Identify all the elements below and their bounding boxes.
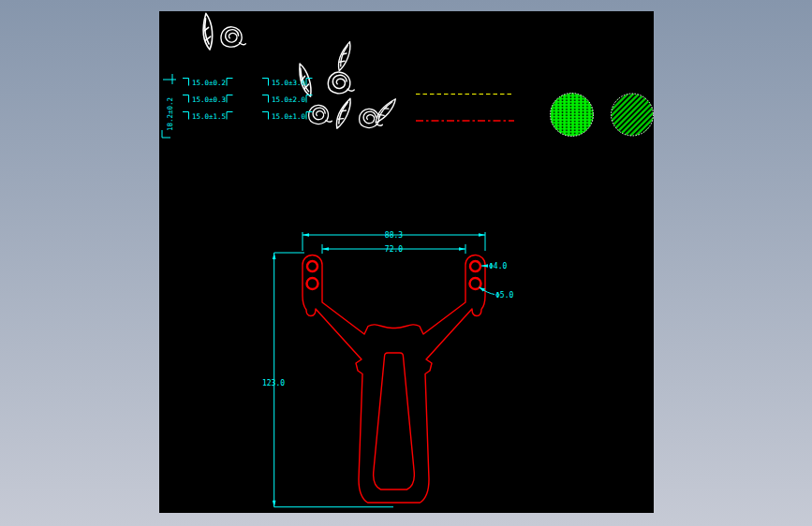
tolerance-vertical-label[interactable]: 18.2±0.2: [166, 97, 174, 131]
tolerance-entry[interactable]: 15.0±3.0: [272, 79, 306, 87]
cad-viewer-window: 18.2±0.2 15.0±0.2 15.0±3.0 15.0±0.3 15.0…: [0, 0, 812, 526]
hatch-sample-dotted-circle[interactable]: [551, 94, 594, 137]
dimension-value[interactable]: Φ5.0: [495, 291, 513, 300]
tolerance-entry[interactable]: 15.0±0.2: [192, 79, 226, 87]
dimension-value[interactable]: 88.3: [385, 231, 403, 240]
tolerance-entry[interactable]: 15.0±0.3: [192, 95, 226, 104]
tolerance-entry[interactable]: 15.0±1.5: [192, 112, 226, 121]
dimension-value[interactable]: 72.0: [385, 245, 403, 254]
tolerance-entry[interactable]: 15.0±2.0: [272, 95, 306, 104]
dimension-value[interactable]: 123.0: [262, 379, 285, 387]
drawing-canvas[interactable]: [159, 11, 654, 513]
hatch-sample-diagonal-circle[interactable]: [612, 94, 654, 136]
tolerance-entry[interactable]: 15.0±1.0: [272, 112, 306, 121]
dimension-value[interactable]: Φ4.0: [489, 262, 507, 270]
